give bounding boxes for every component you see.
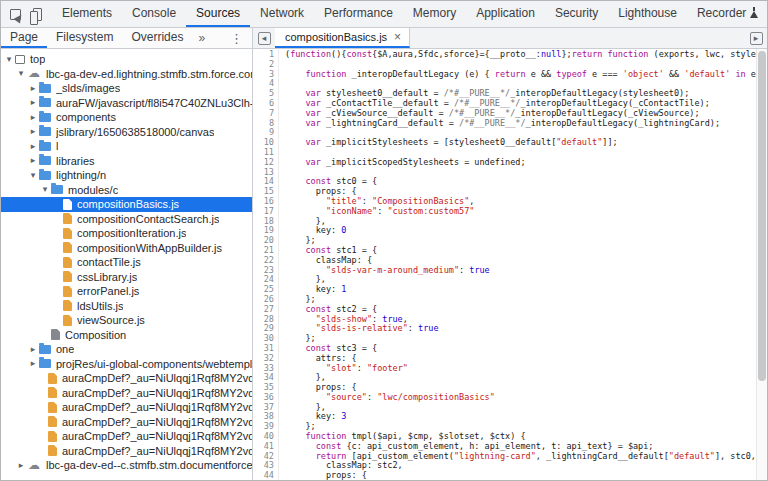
- code-editor[interactable]: 1234567891011121314151617181920212223242…: [253, 49, 767, 480]
- tree-item[interactable]: ▸components: [1, 110, 252, 125]
- code-line: (function(){const{$A,aura,Sfdc,sforce}={…: [285, 50, 756, 60]
- tree-item-label: lightning/n: [56, 169, 106, 181]
- sources-navigator-pane: PageFilesystemOverrides » ⋮ ▾top▾lbc-ga-…: [1, 28, 253, 480]
- expander-icon[interactable]: ▸: [27, 142, 39, 151]
- tree-item-label: _slds/images: [56, 82, 120, 94]
- editor-options-icon[interactable]: [745, 28, 767, 48]
- navigator-toggle-icon[interactable]: [253, 28, 275, 48]
- toolbar-icon-group: [1, 1, 52, 27]
- file-icon: [48, 416, 57, 427]
- tab-label: Performance: [324, 6, 393, 20]
- tree-item[interactable]: auraCmpDef?_au=NiUlqqj1Rqf8MY2vqe_wkA&_c: [1, 371, 252, 386]
- tree-item-label: auraCmpDef?_au=NiUlqqj1Rqf8MY2vqe_wkA&_c: [62, 430, 252, 442]
- device-toolbar-icon[interactable]: [33, 8, 42, 21]
- expander-icon[interactable]: ▸: [27, 345, 39, 354]
- folder-icon: [39, 84, 51, 93]
- tree-item[interactable]: ▾lbc-ga-dev-ed.lightning.stmfb.stm.force…: [1, 67, 252, 82]
- tree-item[interactable]: auraCmpDef?_au=NiUlqqj1Rqf8MY2vqe_wkA&_c: [1, 400, 252, 415]
- expander-icon[interactable]: ▸: [27, 127, 39, 136]
- file-icon: [48, 373, 57, 384]
- close-tab-icon[interactable]: ×: [394, 31, 401, 43]
- tree-item[interactable]: cssLibrary.js: [1, 270, 252, 285]
- expander-icon[interactable]: ▸: [27, 156, 39, 165]
- devtools-tab-sources[interactable]: Sources: [186, 1, 250, 27]
- expander-icon[interactable]: ▸: [27, 84, 39, 93]
- line-number-gutter[interactable]: 1234567891011121314151617181920212223242…: [253, 49, 279, 480]
- tree-item-label: one: [56, 343, 74, 355]
- tree-item[interactable]: ▸l: [1, 139, 252, 154]
- code-line: "slds-is-relative": true: [285, 324, 756, 334]
- navigator-tab-filesystem[interactable]: Filesystem: [47, 28, 122, 48]
- tree-item[interactable]: compositionWithAppBuilder.js: [1, 241, 252, 256]
- tree-item[interactable]: ▾top: [1, 52, 252, 67]
- tree-item-label: auraCmpDef?_au=NiUlqqj1Rqf8MY2vqe_wkA&_c: [62, 372, 252, 384]
- expander-icon[interactable]: ▸: [27, 98, 39, 107]
- devtools-tab-security[interactable]: Security: [545, 1, 608, 27]
- tree-item[interactable]: ldsUtils.js: [1, 299, 252, 314]
- devtools-tab-application[interactable]: Application: [466, 1, 545, 27]
- tree-item-label: viewSource.js: [77, 314, 145, 326]
- tree-item[interactable]: auraCmpDef?_au=NiUlqqj1Rqf8MY2vqe_wkA&_c: [1, 415, 252, 430]
- devtools-tab-elements[interactable]: Elements: [52, 1, 122, 27]
- code-line: key: 3: [285, 412, 756, 422]
- tree-item-label: ldsUtils.js: [77, 300, 123, 312]
- code-line: },: [285, 275, 756, 285]
- line-number[interactable]: 44: [253, 471, 274, 480]
- tree-item[interactable]: ▸one: [1, 342, 252, 357]
- tree-item[interactable]: auraCmpDef?_au=NiUlqqj1Rqf8MY2vqe_wkA&_c: [1, 429, 252, 444]
- tree-item-label: l: [56, 140, 58, 152]
- tree-item[interactable]: errorPanel.js: [1, 284, 252, 299]
- editor-tab-strip: compositionBasics.js ×: [253, 28, 767, 49]
- expander-icon[interactable]: ▸: [27, 113, 39, 122]
- file-icon: [63, 315, 72, 326]
- more-tabs-icon[interactable]: »: [192, 28, 211, 48]
- tree-item[interactable]: compositionBasics.js: [1, 197, 252, 212]
- devtools-tab-lighthouse[interactable]: Lighthouse: [608, 1, 687, 27]
- tree-item[interactable]: Composition: [1, 328, 252, 343]
- devtools-tab-memory[interactable]: Memory: [403, 1, 466, 27]
- devtools-tab-recorder[interactable]: Recorder: [687, 1, 768, 27]
- tree-item[interactable]: ▸_slds/images: [1, 81, 252, 96]
- devtools-tab-performance[interactable]: Performance: [314, 1, 403, 27]
- expander-icon[interactable]: ▸: [27, 359, 39, 368]
- tree-item[interactable]: ▸jslibrary/1650638518000/canvas: [1, 125, 252, 140]
- tree-item[interactable]: ▸lbc-ga-dev-ed--c.stmfb.stm.documentforc…: [1, 458, 252, 473]
- tree-item[interactable]: ▾lightning/n: [1, 168, 252, 183]
- devtools-tab-network[interactable]: Network: [250, 1, 314, 27]
- tree-item[interactable]: auraCmpDef?_au=NiUlqqj1Rqf8MY2vqe_wkA&_c: [1, 386, 252, 401]
- kebab-menu-icon[interactable]: ⋮: [221, 28, 252, 48]
- file-icon: [63, 271, 72, 282]
- folder-icon: [39, 127, 51, 136]
- navigator-tab-overrides[interactable]: Overrides: [122, 28, 192, 48]
- tree-item[interactable]: ▸auraFW/javascript/fl8i547C40ZNLu3Clh-9f…: [1, 96, 252, 111]
- scrollbar-thumb[interactable]: [758, 51, 766, 381]
- tree-item[interactable]: viewSource.js: [1, 313, 252, 328]
- open-file-tab[interactable]: compositionBasics.js ×: [275, 28, 410, 48]
- inspect-element-icon[interactable]: [10, 9, 21, 20]
- file-icon: [63, 257, 72, 268]
- vertical-scrollbar[interactable]: [756, 49, 767, 480]
- tree-item[interactable]: ▾modules/c: [1, 183, 252, 198]
- expander-icon[interactable]: ▾: [27, 171, 39, 180]
- tree-item-label: Composition: [65, 329, 126, 341]
- expander-icon[interactable]: ▾: [15, 69, 27, 78]
- tab-label: Recorder: [697, 6, 746, 20]
- tree-item[interactable]: ▸libraries: [1, 154, 252, 169]
- tree-item-label: compositionIteration.js: [77, 227, 186, 239]
- navigator-tab-page[interactable]: Page: [1, 28, 47, 48]
- expander-icon[interactable]: ▸: [15, 461, 27, 470]
- devtools-tab-console[interactable]: Console: [122, 1, 186, 27]
- tree-item[interactable]: auraCmpDef?_au=NiUlqqj1Rqf8MY2vqe_wkA&_c: [1, 444, 252, 459]
- tree-item-label: compositionBasics.js: [77, 198, 179, 210]
- tab-label: Sources: [196, 6, 240, 20]
- expander-icon[interactable]: ▾: [39, 185, 51, 194]
- navigator-tabs: PageFilesystemOverrides: [1, 28, 192, 48]
- expander-icon[interactable]: ▾: [3, 55, 15, 64]
- tree-item[interactable]: contactTile.js: [1, 255, 252, 270]
- panel-tab-bar: ElementsConsoleSourcesNetworkPerformance…: [52, 1, 768, 27]
- tree-item[interactable]: compositionIteration.js: [1, 226, 252, 241]
- tree-item[interactable]: ▸projRes/ui-global-components/webtemplat…: [1, 357, 252, 372]
- file-tree: ▾top▾lbc-ga-dev-ed.lightning.stmfb.stm.f…: [1, 49, 252, 480]
- code-line: "source": "lwc/compositionBasics": [285, 393, 756, 403]
- tree-item[interactable]: compositionContactSearch.js: [1, 212, 252, 227]
